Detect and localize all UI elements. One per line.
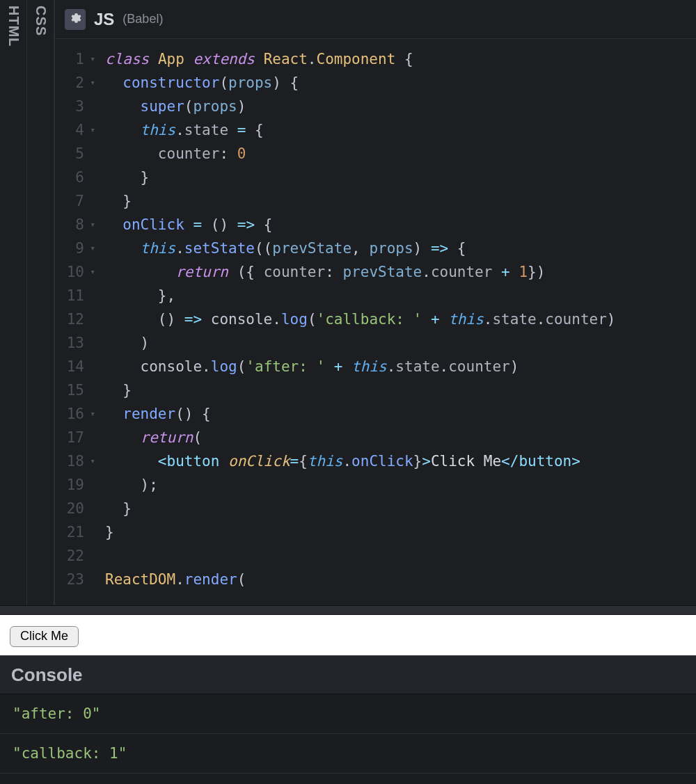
line-number: 22: [55, 544, 97, 568]
code-line: }: [105, 378, 696, 402]
code-line: }: [105, 497, 696, 520]
line-number: 17: [55, 426, 97, 449]
line-number: 15: [55, 378, 97, 402]
code-line: );: [105, 473, 696, 497]
editor-title: JS: [94, 10, 114, 29]
code-line: () => console.log('callback: ' + this.st…: [105, 307, 696, 331]
code-line: console.log('after: ' + this.state.count…: [105, 355, 696, 378]
console-body[interactable]: "after: 0""callback: 1": [0, 694, 696, 784]
console-title: Console: [11, 664, 83, 686]
line-number: 3: [55, 95, 97, 118]
code-line: class App extends React.Component {: [105, 47, 696, 71]
line-number: 6: [55, 166, 97, 189]
line-number: 7: [55, 189, 97, 213]
code-line: super(props): [105, 95, 696, 118]
code-line: return(: [105, 426, 696, 449]
line-number: 13: [55, 331, 97, 355]
code-line: this.setState((prevState, props) => {: [105, 237, 696, 260]
console-line: "after: 0": [0, 694, 696, 734]
line-number: 10: [55, 260, 97, 284]
code-line: }: [105, 189, 696, 213]
code-line: <button onClick={this.onClick}>Click Me<…: [105, 449, 696, 473]
editor-subtitle: (Babel): [122, 12, 163, 26]
code-editor[interactable]: 1234567891011121314151617181920212223 cl…: [55, 39, 696, 605]
code-line: counter: 0: [105, 142, 696, 166]
line-number: 5: [55, 142, 97, 166]
code-line: return ({ counter: prevState.counter + 1…: [105, 260, 696, 284]
line-number: 11: [55, 284, 97, 307]
code-line: onClick = () => {: [105, 213, 696, 237]
line-number: 16: [55, 402, 97, 426]
console-line: "callback: 1": [0, 734, 696, 774]
code-content[interactable]: class App extends React.Component { cons…: [102, 39, 696, 605]
code-line: constructor(props) {: [105, 71, 696, 95]
line-number: 9: [55, 237, 97, 260]
line-number: 1: [55, 47, 97, 71]
gear-icon: [69, 12, 81, 27]
line-number: 14: [55, 355, 97, 378]
code-line: [105, 544, 696, 568]
line-number: 20: [55, 497, 97, 520]
tab-css-label: CSS: [33, 0, 49, 36]
line-number-gutter: 1234567891011121314151617181920212223: [55, 39, 102, 605]
code-line: ReactDOM.render(: [105, 568, 696, 591]
line-number: 2: [55, 71, 97, 95]
tab-css[interactable]: CSS: [27, 0, 54, 605]
line-number: 8: [55, 213, 97, 237]
line-number: 18: [55, 449, 97, 473]
code-line: }: [105, 166, 696, 189]
tab-html-label: HTML: [6, 0, 22, 47]
splitter[interactable]: [0, 605, 696, 615]
line-number: 12: [55, 307, 97, 331]
line-number: 4: [55, 118, 97, 142]
code-line: ): [105, 331, 696, 355]
click-me-button[interactable]: Click Me: [10, 626, 79, 647]
code-line: },: [105, 284, 696, 307]
code-line: render() {: [105, 402, 696, 426]
editor-header: JS (Babel): [55, 0, 696, 39]
line-number: 19: [55, 473, 97, 497]
editor-settings-button[interactable]: [65, 9, 86, 30]
panel-tabs: HTML CSS: [0, 0, 55, 605]
code-line: this.state = {: [105, 118, 696, 142]
code-line: }: [105, 520, 696, 544]
line-number: 21: [55, 520, 97, 544]
console-header[interactable]: Console: [0, 655, 696, 694]
tab-html[interactable]: HTML: [0, 0, 27, 605]
line-number: 23: [55, 568, 97, 591]
preview-pane: Click Me: [0, 618, 696, 655]
